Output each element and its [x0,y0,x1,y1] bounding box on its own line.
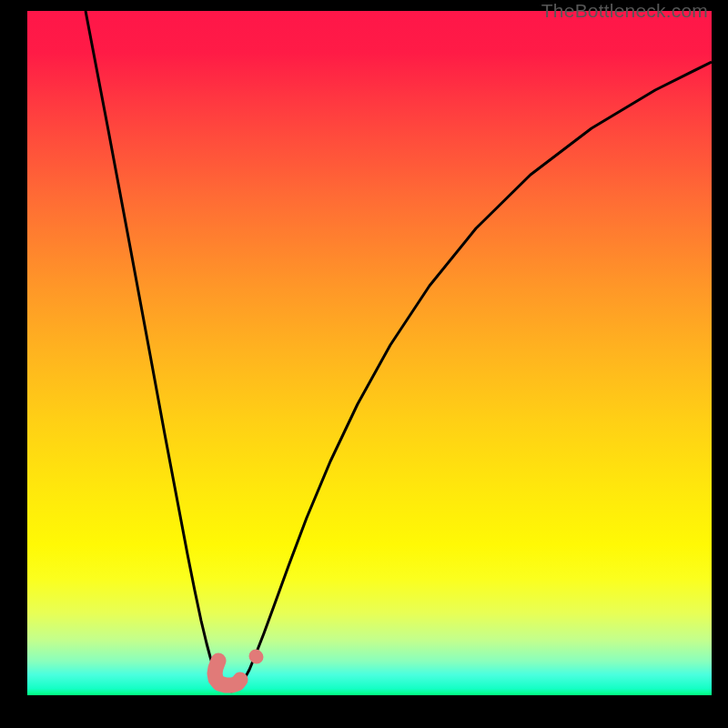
series-right-curve [232,62,712,692]
series-pink-dot [256,656,257,657]
bottleneck-curve-chart [27,11,712,695]
series-pink-marker [215,661,240,685]
series-left-curve [86,11,232,692]
watermark-text: TheBottleneck.com [541,0,708,22]
